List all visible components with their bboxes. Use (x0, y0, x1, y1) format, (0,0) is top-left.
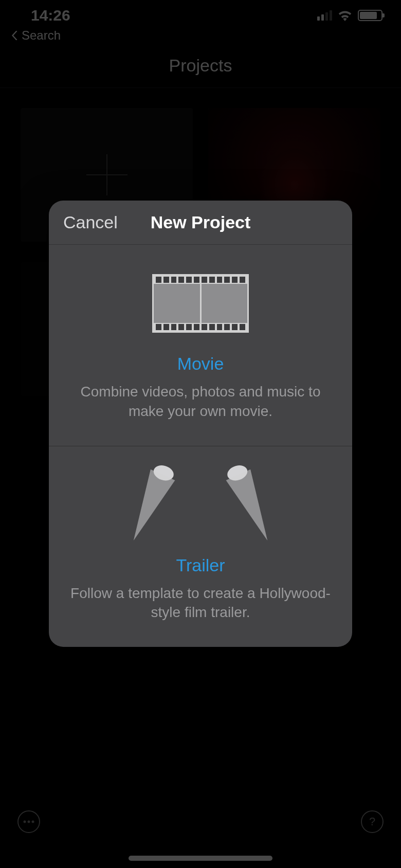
spotlights-icon (64, 469, 337, 541)
option-movie-title: Movie (64, 354, 337, 374)
option-trailer[interactable]: Trailer Follow a template to create a Ho… (49, 446, 352, 647)
option-movie-desc: Combine videos, photos and music to make… (64, 382, 337, 421)
filmstrip-icon (64, 267, 337, 339)
cancel-button[interactable]: Cancel (63, 212, 118, 232)
sheet-header: Cancel New Project (49, 201, 352, 245)
option-movie[interactable]: Movie Combine videos, photos and music t… (49, 245, 352, 446)
new-project-sheet: Cancel New Project Movie Combine videos,… (49, 201, 352, 647)
option-trailer-desc: Follow a template to create a Hollywood-… (64, 584, 337, 623)
option-trailer-title: Trailer (64, 555, 337, 575)
